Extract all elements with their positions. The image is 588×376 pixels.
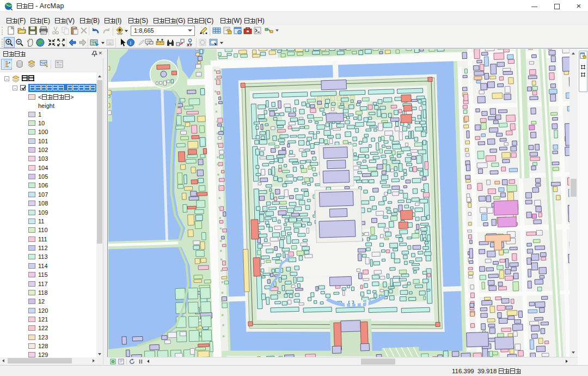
- svg-text:i: i: [130, 40, 132, 46]
- svg-text:XY: XY: [187, 43, 192, 47]
